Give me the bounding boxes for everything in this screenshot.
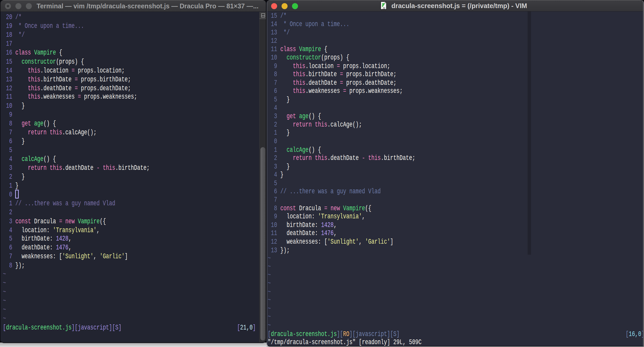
svg-text:JS: JS <box>382 7 385 10</box>
